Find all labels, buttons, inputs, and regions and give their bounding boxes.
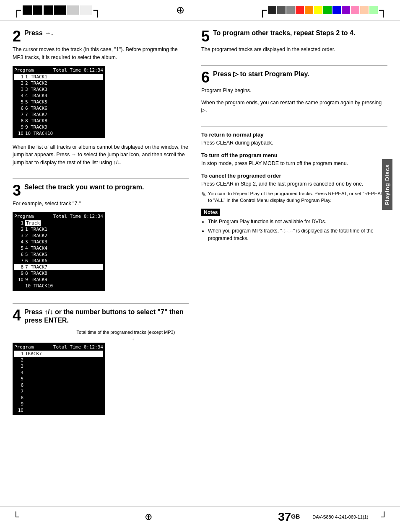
corner-bracket-left-right: ┌: [258, 4, 267, 16]
prog-row-s2-8: 8 8 TRACK8: [14, 118, 103, 124]
right-column: 5 To program other tracks, repeat Steps …: [197, 29, 387, 428]
prog-header-right-2: Total Time 0:12:34: [53, 67, 103, 73]
color-square-lgreen: [369, 6, 378, 14]
tip-icon: ✎: [201, 191, 206, 199]
prog-row-s3-10: 10 9 TRACK9: [14, 276, 103, 283]
prog-row-s2-5: 5 5 TRACK5: [14, 99, 103, 105]
prog-row-s4-10: 10: [14, 407, 103, 413]
step-6-body2: When the program ends, you can restart t…: [201, 99, 387, 115]
prog-row-s3-7: 7 6 TRACK6: [14, 258, 103, 264]
prog-row-s2-6: 6 6 TRACK6: [14, 105, 103, 111]
step-6-number: 6: [201, 70, 210, 85]
cancel-heading: To cancel the programed order: [201, 173, 387, 179]
page-content: 2 Press →. The cursor moves to the track…: [0, 21, 400, 436]
prog-row-s2-9: 9 9 TRACK9: [14, 124, 103, 130]
prog-row-s4-6: 6: [14, 382, 103, 388]
step-6-header: 6 Press ▷ to start Program Play.: [201, 70, 387, 85]
compass-icon: ⊕: [176, 4, 184, 16]
header-center: ⊕: [102, 4, 259, 16]
step-5-number: 5: [201, 29, 210, 44]
prog-header-left-4: Program: [14, 344, 34, 350]
left-column: 2 Press →. The cursor moves to the track…: [13, 29, 189, 428]
color-squares: [268, 6, 378, 14]
prog-header-left-2: Program: [14, 67, 34, 73]
turnoff-heading: To turn off the program menu: [201, 152, 387, 158]
prog-row-s2-4: 4 4 TRACK4: [14, 93, 103, 99]
step-2-section: 2 Press →. The cursor moves to the track…: [13, 29, 189, 171]
black-square-3: [44, 5, 53, 15]
step-6-body1: Program Play begins.: [201, 87, 387, 95]
prog-header-row-3: Program Total Time 0:12:34: [14, 214, 103, 219]
black-square-4: [54, 5, 66, 15]
turnoff-body: In stop mode, press PLAY MODE to turn of…: [201, 160, 387, 168]
prog-row-s4-8: 8: [14, 395, 103, 401]
step-2-number: 2: [13, 29, 21, 44]
black-squares-left: [23, 5, 92, 15]
corner-bracket-left: ┌: [13, 4, 21, 16]
prog-row-s4-1: 1 TRACK7: [14, 351, 103, 357]
prog-row-s4-9: 9: [14, 401, 103, 407]
color-square-yellow: [314, 6, 322, 14]
return-body: Press CLEAR during playback.: [201, 139, 387, 147]
prog-row-s3-3: 3 2 TRACK2: [14, 232, 103, 239]
black-square-6: [80, 5, 92, 15]
prog-row-s3-1: 1 Track: [14, 220, 103, 226]
annotation-container: Total time of the programed tracks (exce…: [13, 329, 189, 341]
step-2-title: Press →.: [24, 29, 53, 38]
footer-page: 37GB: [278, 510, 300, 524]
step-4-header: 4 Press ↑/↓ or the number buttons to sel…: [13, 308, 189, 328]
corner-bracket-right-left: ┐: [94, 4, 102, 16]
step-3-header: 3 Select the track you want to program.: [13, 183, 189, 198]
color-square-green: [323, 6, 332, 14]
return-heading: To return to normal play: [201, 132, 387, 138]
footer-center: ⊕: [145, 511, 152, 522]
black-square-1: [23, 5, 32, 15]
footer-compass-icon: ⊕: [145, 511, 152, 522]
step-3-title: Select the track you want to program.: [24, 183, 144, 192]
corner-bracket-right: ┐: [379, 4, 387, 16]
footer-right-bracket: ┘: [381, 511, 387, 522]
prog-row-s2-3: 3 3 TRACK3: [14, 86, 103, 93]
black-square-2: [33, 5, 42, 15]
prog-row-s2-2: 2 2 TRACK2: [14, 80, 103, 86]
sidebar-playing-discs: Playing Discs: [382, 159, 392, 210]
footer: └ ⊕ 37GB DAV-S880 4-241-069-11(1) ┘: [0, 506, 400, 524]
color-square-blue: [332, 6, 341, 14]
step-2-body1: The cursor moves to the track (in this c…: [13, 46, 189, 62]
step-4-title: Press ↑/↓ or the number buttons to selec…: [24, 308, 189, 325]
prog-header-right-4: Total Time 0:12:34: [53, 344, 103, 350]
prog-header-left-3: Program: [14, 214, 34, 219]
prog-header-row-2: Program Total Time 0:12:34: [14, 67, 103, 73]
step-2-body2: When the list of all tracks or albums ca…: [13, 143, 189, 167]
prog-row-s3-11: 10 TRACK10: [14, 283, 103, 289]
step-4-section: 4 Press ↑/↓ or the number buttons to sel…: [13, 308, 189, 421]
color-square-gray: [277, 6, 286, 14]
prog-row-s4-3: 3: [14, 363, 103, 369]
divider-3-4: [13, 303, 189, 304]
notes-list: This Program Play function is not availa…: [201, 218, 387, 242]
step-2-header: 2 Press →.: [13, 29, 189, 44]
prog-row-s4-7: 7: [14, 388, 103, 395]
footer-right: 37GB DAV-S880 4-241-069-11(1) ┘: [278, 510, 387, 524]
step-4-number: 4: [13, 308, 21, 323]
color-square-red: [296, 6, 304, 14]
prog-row-s3-5: 5 4 TRACK4: [14, 245, 103, 251]
footer-left-bracket: └: [13, 511, 19, 522]
cancel-body: Press CLEAR in Step 2, and the last prog…: [201, 180, 387, 188]
color-square-peach: [360, 6, 369, 14]
notes-box: Notes This Program Play function is not …: [201, 209, 387, 242]
note-1: This Program Play function is not availa…: [208, 218, 387, 225]
annotation-arrow: ↓: [78, 336, 189, 341]
page-number: 37: [278, 510, 291, 523]
divider-6-sections: [201, 126, 387, 127]
color-square-black: [268, 6, 276, 14]
footer-model: DAV-S880 4-241-069-11(1): [312, 514, 368, 519]
notes-label: Notes: [201, 209, 220, 216]
page-suffix: GB: [291, 513, 300, 520]
prog-display-step3: Program Total Time 0:12:34 1 Track 2 1 T…: [13, 212, 105, 291]
prog-header-row-4: Program Total Time 0:12:34: [14, 344, 103, 350]
step-3-number: 3: [13, 183, 21, 198]
step-5-section: 5 To program other tracks, repeat Steps …: [201, 29, 387, 58]
step-6-section: 6 Press ▷ to start Program Play. Program…: [201, 70, 387, 119]
color-square-orange: [305, 6, 313, 14]
